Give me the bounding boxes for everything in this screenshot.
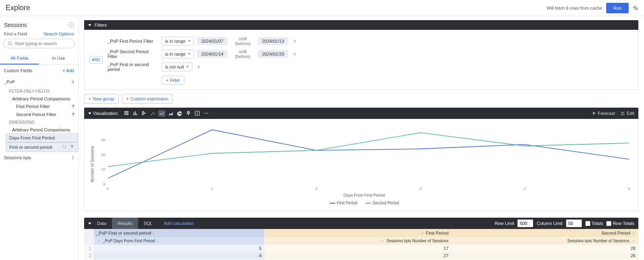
filter-only-fields-header: FILTER-ONLY FIELDS [6, 87, 78, 95]
filter-op-select-2[interactable]: is in range [161, 50, 194, 58]
row-limit-label: Row Limit [495, 221, 514, 226]
results-table: _PoP First or second period › First Peri… [84, 229, 638, 260]
add-custom-field[interactable]: + Add [63, 68, 74, 73]
sidebar-custom-fields[interactable]: Custom Fields + Add [0, 65, 78, 76]
filter-label-3: _PoP First or second period [106, 62, 158, 72]
data-tab-results[interactable]: Results [112, 218, 138, 229]
sidebar-sessions-kpis[interactable]: Sessions kpis 1 [0, 152, 78, 163]
row-totals-checkbox[interactable] [606, 221, 611, 226]
gear-icon[interactable] [633, 5, 638, 11]
collapse-icon[interactable] [88, 112, 91, 114]
bar-viz-icon[interactable] [140, 110, 148, 116]
gear-icon[interactable] [632, 231, 636, 235]
totals-label: Totals [592, 221, 603, 226]
totals-checkbox[interactable] [585, 221, 590, 226]
column-viz-icon[interactable] [132, 110, 139, 116]
filter-mid-1: until (before) [231, 36, 255, 46]
pop-view-label: _PoP [4, 79, 15, 84]
single-value-viz-icon[interactable]: 6 [194, 110, 201, 116]
add-calculation-button[interactable]: Add calculation [158, 218, 200, 229]
area-viz-icon[interactable] [167, 110, 174, 116]
number-of-sessions-subheader-1: Sessions kpis Number of Sessions [386, 239, 448, 243]
number-of-sessions-subheader-2: Sessions kpis Number of Sessions [567, 239, 629, 243]
filter-op-select-1[interactable]: is in range [161, 37, 194, 46]
filter-op-select-3[interactable]: is not null [161, 62, 192, 71]
svg-point-19 [633, 233, 634, 234]
edit-viz-button[interactable]: Edit [621, 111, 634, 116]
explore-name: Sessions [4, 22, 27, 28]
gear-icon[interactable] [421, 231, 425, 235]
sessions-kpis-count: 1 [72, 155, 74, 160]
table-row: 242726 [84, 252, 638, 259]
table-row: 151728 [84, 245, 638, 252]
visualization-title: Visualization [93, 111, 118, 116]
custom-expression-button[interactable]: + Custom expression [122, 94, 173, 104]
pie-viz-icon[interactable] [176, 110, 183, 116]
svg-text:20: 20 [101, 153, 105, 157]
filter-icon [71, 104, 76, 109]
sidebar-item-days-from-first-period[interactable]: Days From First Period [6, 133, 78, 142]
pivot-icon [62, 144, 67, 149]
run-button[interactable]: Run [606, 3, 629, 13]
filter-mid-2: until (before) [231, 49, 255, 59]
dimensions-header: DIMENSIONS [6, 119, 78, 126]
svg-point-1 [152, 112, 153, 113]
line-viz-icon[interactable] [158, 110, 165, 116]
tab-all-fields[interactable]: All Fields [0, 52, 39, 64]
sidebar-group-arbitrary-1[interactable]: Arbitrary Period Comparisons [6, 95, 78, 102]
gear-icon[interactable] [380, 239, 384, 243]
svg-text:6: 6 [196, 112, 198, 114]
svg-point-2 [154, 113, 155, 114]
column-limit-input[interactable] [566, 219, 582, 227]
remove-filter-icon[interactable]: × [291, 51, 298, 57]
new-group-button[interactable]: + New group [84, 94, 119, 104]
search-options-link[interactable]: Search Options [43, 31, 74, 36]
filter-group-and-chip: AND [89, 56, 103, 64]
sidebar-pop-view[interactable]: _PoP 4 [0, 76, 78, 87]
filters-title: Filters [95, 23, 107, 27]
fetch-status-text: Will fetch 6 rows from cache [547, 6, 602, 10]
scatter-viz-icon[interactable] [149, 110, 157, 116]
first-period-filter-label: First Period Filter [16, 104, 50, 109]
chart-legend: First PeriodSecond Period [95, 201, 633, 205]
svg-point-0 [151, 114, 152, 115]
collapse-icon[interactable] [88, 24, 91, 26]
sessions-kpis-label: Sessions kpis [4, 155, 31, 160]
sidebar-item-first-period-filter[interactable]: First Period Filter [6, 102, 78, 110]
tab-in-use[interactable]: In Use [39, 52, 78, 64]
x-axis-title: Days From First Period [95, 193, 633, 198]
svg-text:30: 30 [101, 138, 105, 142]
data-tab-sql[interactable]: SQL [138, 218, 158, 229]
filters-panel-header[interactable]: Filters [84, 20, 638, 30]
add-filter-button[interactable]: + Filter [161, 76, 184, 85]
svg-text:4: 4 [524, 187, 526, 191]
collapse-icon[interactable] [88, 223, 91, 225]
filter-icon [71, 112, 76, 117]
filter-start-date-2[interactable]: 2024/01/14 [197, 50, 227, 58]
gear-icon[interactable] [97, 239, 101, 243]
filter-end-date-1[interactable]: 2024/01/13 [258, 37, 288, 45]
gear-icon[interactable] [632, 239, 636, 243]
map-viz-icon[interactable] [185, 110, 192, 116]
more-viz-icon[interactable] [202, 110, 210, 116]
filter-end-date-2[interactable]: 2024/01/20 [258, 50, 288, 58]
first-period-header: First Period [426, 231, 448, 235]
search-input[interactable] [15, 41, 70, 46]
sidebar-group-arbitrary-2[interactable]: Arbitrary Period Comparisons [6, 126, 78, 133]
column-limit-label: Column Limit [537, 221, 562, 226]
visualization-panel-header[interactable]: Visualization 6 Forecast Edit [84, 108, 638, 119]
row-limit-input[interactable] [517, 219, 533, 227]
forecast-button[interactable]: Forecast [592, 111, 615, 116]
second-period-header: Second Period [601, 231, 630, 235]
table-viz-icon[interactable] [123, 110, 130, 116]
sidebar-item-first-or-second-period[interactable]: First or second period [6, 142, 78, 152]
pop-count: 4 [72, 79, 74, 84]
filter-start-date-1[interactable]: 2024/01/07 [197, 37, 227, 45]
filter-label-1: _PoP First Period Filter [106, 39, 158, 44]
remove-filter-icon[interactable]: × [196, 64, 202, 70]
info-icon[interactable]: i [68, 22, 74, 28]
days-from-first-period-subheader: _PoP Days From First Period [103, 239, 155, 243]
svg-point-20 [98, 241, 99, 242]
sidebar-item-second-period-filter[interactable]: Second Period Filter [6, 110, 78, 119]
remove-filter-icon[interactable]: × [291, 38, 298, 44]
